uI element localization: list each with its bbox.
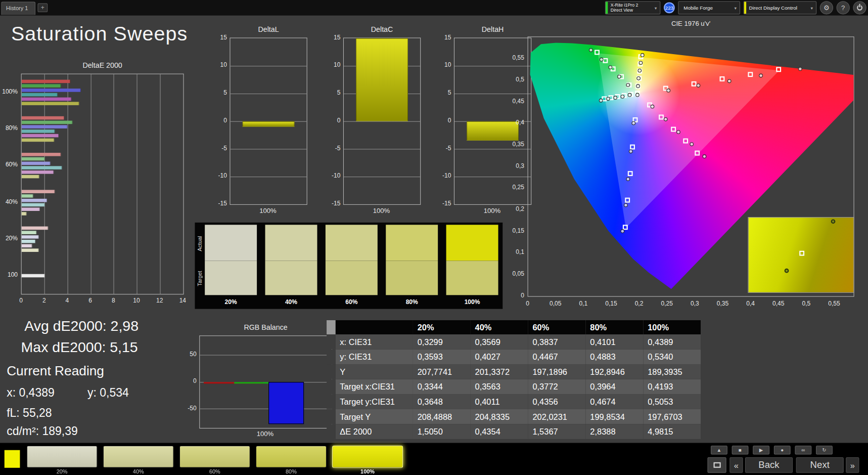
axis-tick-label: 0 <box>213 117 227 123</box>
group-label: 80% <box>0 125 18 132</box>
table-cell: 204,8335 <box>471 409 528 424</box>
group-label: 60% <box>0 161 18 168</box>
gridline <box>200 355 332 355</box>
source-dropdown[interactable]: Mobile Forge ▼ <box>678 1 740 14</box>
toolbar-right-cluster: X-Rite i1Pro 2 Direct View ▼ 223 Mobile … <box>605 1 866 14</box>
table-corner-cell <box>327 424 336 439</box>
table-cell: 1,5050 <box>413 424 471 439</box>
table-corner-cell <box>327 394 336 409</box>
target-point <box>627 171 632 176</box>
back-button[interactable]: Back <box>745 457 793 473</box>
axis-tick-label: 8 <box>108 297 119 304</box>
history-tab[interactable]: History 1 <box>1 2 35 15</box>
saturation-button-20%[interactable] <box>27 446 98 468</box>
table-cell: 0,3772 <box>528 379 586 395</box>
table-cell: 0,4011 <box>471 394 528 409</box>
table-cell: 0,3344 <box>413 379 471 395</box>
table-cell: 0,4354 <box>471 424 528 439</box>
target-point <box>776 67 781 72</box>
record-button[interactable]: ● <box>774 446 791 455</box>
table-cell: 0,4674 <box>586 394 644 409</box>
table-corner-cell <box>327 334 336 350</box>
measured-point <box>664 117 668 121</box>
calman-window: History 1 + X-Rite i1Pro 2 Direct View ▼… <box>0 0 868 475</box>
gridline <box>137 74 138 294</box>
deltae-bar <box>22 153 61 157</box>
axis-tick-label: 0 <box>16 297 27 304</box>
saturation-button-40%[interactable] <box>103 446 174 468</box>
axis-label: 100% <box>230 207 306 214</box>
measured-point <box>703 154 707 158</box>
axis-tick-label: 0 <box>505 292 524 298</box>
table-row: y: CIE310,35930,40270,44670,48830,5340 <box>327 350 701 365</box>
add-tab-button[interactable]: + <box>37 4 48 13</box>
pattern-window-button[interactable] <box>707 457 726 473</box>
axis-tick-label: 5 <box>437 89 451 96</box>
measured-point <box>637 69 642 73</box>
saturation-button-100%[interactable] <box>332 446 403 468</box>
saturation-button-label: 100% <box>332 468 403 474</box>
table-cell: 0,5053 <box>643 394 701 409</box>
measured-point <box>624 203 628 207</box>
target-swatch-80% <box>386 261 438 295</box>
display-control-dropdown[interactable]: Direct Display Control ▼ <box>744 1 817 14</box>
measured-point <box>650 105 654 109</box>
saturation-button-80%[interactable] <box>256 446 327 468</box>
axis-tick-label: 0,05 <box>546 300 564 307</box>
axis-tick-label: 0 <box>327 117 340 123</box>
rgb-balance-chart: RGB Balance 500-50100% <box>182 323 343 442</box>
measured-point <box>635 93 639 97</box>
table-cell: 0,3837 <box>528 334 586 350</box>
expand-button[interactable]: ▲ <box>711 446 727 455</box>
next-chevrons-button[interactable]: » <box>846 457 859 473</box>
reading-y: y: 0,534 <box>87 386 129 399</box>
stop-button[interactable]: ■ <box>732 446 749 455</box>
table-row-label: Target Y <box>336 409 413 424</box>
axis-tick-label: 10 <box>131 297 142 304</box>
next-button[interactable]: Next <box>796 457 844 473</box>
axis-tick-label: 5 <box>327 89 340 96</box>
power-button[interactable] <box>853 1 866 14</box>
group-label: 40% <box>0 198 18 204</box>
axis-tick-label: 12 <box>154 297 165 304</box>
axis-tick-label: 0,3 <box>505 162 524 169</box>
saturation-button-60%[interactable] <box>179 446 250 468</box>
axis-tick-label: -15 <box>327 200 340 206</box>
deltae-bar <box>22 129 55 133</box>
deltae-bar <box>22 102 79 105</box>
meter-dropdown[interactable]: X-Rite i1Pro 2 Direct View ▼ <box>605 1 661 14</box>
target-point <box>683 139 688 144</box>
axis-label: 100% <box>199 430 331 438</box>
swatch-items: 20%40%60%80%100% <box>195 223 502 309</box>
table-cell: 208,4888 <box>413 409 471 424</box>
axis-tick-label: 6 <box>85 297 96 304</box>
play-button[interactable]: ▶ <box>753 446 769 455</box>
target-point <box>799 251 804 256</box>
chevron-down-icon: ▼ <box>734 6 738 10</box>
actual-swatch-80% <box>386 225 438 261</box>
axis-tick-label: 0,55 <box>825 300 843 307</box>
table-cell: 0,5340 <box>643 350 701 365</box>
gridline <box>344 149 420 149</box>
axis-tick-label: 10 <box>437 61 451 68</box>
measured-point <box>727 79 732 83</box>
table-cell: 192,8946 <box>586 364 644 379</box>
link-button[interactable]: ∞ <box>795 446 811 455</box>
table-cell: 0,3569 <box>471 334 528 350</box>
table-row: Target x:CIE310,33440,35630,37720,39640,… <box>327 379 701 395</box>
settings-button[interactable]: ⚙ <box>820 1 833 14</box>
zoom-inset <box>748 217 854 293</box>
axis-tick-label: 15 <box>437 34 451 40</box>
chevron-down-icon: ▼ <box>654 6 658 10</box>
table-row-label: Target y:CIE31 <box>336 394 413 409</box>
axis-tick-label: 0 <box>519 300 536 307</box>
group-label: 100% <box>0 88 18 95</box>
back-chevrons-button[interactable]: « <box>729 457 743 473</box>
table-row-label: Y <box>336 364 413 379</box>
gridline <box>231 66 307 66</box>
reading-x: x: 0,4389 <box>7 386 55 399</box>
help-button[interactable]: ? <box>837 1 850 14</box>
gridline <box>200 409 332 409</box>
refresh-button[interactable]: ↻ <box>816 446 833 455</box>
display-control-strip <box>744 2 746 14</box>
